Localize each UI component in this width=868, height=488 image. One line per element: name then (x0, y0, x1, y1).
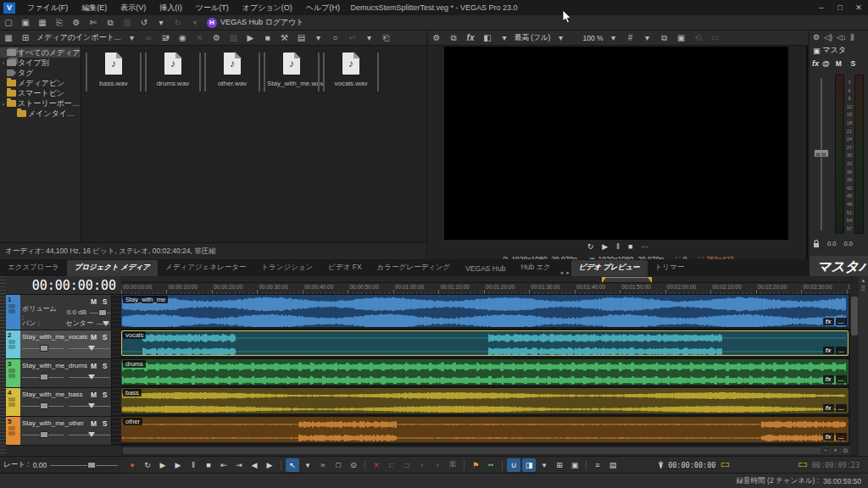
media-file-other.wav[interactable]: ♪other.wav (208, 53, 257, 87)
grid-overlay-icon[interactable]: # (623, 31, 638, 45)
track-solo-button[interactable]: S (99, 297, 110, 306)
master-solo-button[interactable]: S (848, 58, 859, 68)
cut-icon[interactable]: ✄ (86, 16, 101, 30)
track-pan-slider[interactable] (97, 319, 110, 328)
track-pan-slider[interactable] (69, 430, 110, 439)
preview-quality-select[interactable]: 最高 (フル) (513, 33, 552, 43)
import-media-button[interactable]: メディアのインポート... (34, 32, 123, 43)
track-lane-4[interactable]: bassfx… (121, 388, 850, 417)
tree-item-2[interactable]: タグ (0, 68, 81, 78)
zoom-tool-button[interactable]: ⊙ (347, 458, 360, 472)
pause-button[interactable]: ‖ (186, 458, 200, 472)
track-lane-5[interactable]: otherfx… (121, 417, 850, 446)
copy-icon[interactable]: ⧉ (103, 16, 118, 30)
event-more-button[interactable]: … (836, 404, 848, 412)
media-file-bass.wav[interactable]: ♪bass.wav (89, 53, 138, 87)
new-project-icon[interactable]: ▢ (1, 16, 16, 30)
video-output-fx-icon[interactable]: fx (463, 31, 478, 45)
lock-envelopes-button[interactable]: ⊞ (553, 458, 566, 472)
zoom-out-icon[interactable]: − (821, 446, 830, 455)
save-project-icon[interactable]: ▦ (35, 16, 50, 30)
edit-tool-button[interactable]: ↖ (286, 458, 299, 472)
track-lane-2[interactable]: vocalsfx… (121, 330, 850, 359)
tree-item-5[interactable]: ⌄ストーリーボードビン (0, 98, 81, 108)
undo-dropdown-icon[interactable]: ▾ (153, 16, 169, 30)
master-fader-handle[interactable]: ▤▤ (814, 149, 829, 158)
master-peak-left[interactable]: 0.0 (827, 240, 836, 247)
trim-start-button[interactable]: ⊏ (385, 458, 398, 472)
track-color-strip[interactable]: 3 (6, 359, 20, 387)
grid-dropdown-icon[interactable]: ▾ (640, 31, 655, 45)
time-ruler[interactable]: 00:00:00:0000:00:10:0000:00:20:0000:00:3… (121, 283, 850, 295)
audio-event-Stay_with_me[interactable]: Stay_with_mefx… (121, 295, 849, 327)
track-mute-button[interactable]: M (88, 361, 99, 370)
vegas-hub-logout-button[interactable]: VEGAS Hub ログアウト (220, 17, 304, 28)
track-volume-slider[interactable] (22, 373, 64, 381)
next-frame-button[interactable]: ▶ (263, 458, 276, 472)
track-header-1[interactable]: 1MSボリューム :0.0 dBパン :センター (6, 295, 121, 330)
master-settings-gear-icon[interactable]: ⚙ (813, 33, 820, 42)
tab-left-0[interactable]: エクスプローラ (0, 260, 67, 276)
track-header-2[interactable]: 2Stay_with_me_vocalsMS (6, 330, 121, 359)
new-bin-icon[interactable]: ⊞ (18, 31, 33, 45)
envelope-tool-button[interactable]: ≈ (316, 458, 330, 472)
track-name[interactable]: Stay_with_me_other (22, 419, 88, 427)
master-fx-button[interactable]: fx (812, 59, 819, 68)
track-mute-button[interactable]: M (88, 390, 99, 399)
insert-marker-button[interactable]: ⚑ (469, 458, 482, 472)
vertical-scroll-thumb[interactable] (851, 297, 858, 336)
quality-dropdown-icon[interactable]: ▾ (553, 31, 568, 45)
media-properties-icon[interactable]: ⚙ (209, 31, 224, 45)
event-more-button[interactable]: … (836, 433, 848, 441)
link-icon[interactable]: ∞ (141, 31, 156, 45)
master-downmix-icon[interactable]: ◁↓ (837, 33, 846, 42)
tool-dropdown[interactable]: ▾ (301, 458, 314, 472)
track-header-4[interactable]: 4Stay_with_me_bassMS (6, 388, 121, 417)
tree-item-0[interactable]: すべてのメディア (0, 47, 81, 58)
tab-center-0[interactable]: ビデオ プレビュー (571, 260, 648, 276)
track-pan-slider[interactable] (69, 373, 110, 381)
fade-in-button[interactable]: ◗ (415, 458, 429, 472)
track-pan-slider[interactable] (69, 344, 110, 352)
tree-expand-icon[interactable]: › (0, 60, 7, 66)
audio-event-bass[interactable]: bassfx… (121, 388, 849, 413)
event-fx-button[interactable]: fx (823, 404, 834, 412)
split-screen-dropdown-icon[interactable]: ▾ (497, 31, 512, 45)
track-color-strip[interactable]: 2 (6, 330, 20, 358)
menu-6[interactable]: ヘルプ(H) (299, 0, 347, 15)
track-volume-slider[interactable] (22, 344, 64, 352)
track-name[interactable]: Stay_with_me_bass (22, 391, 88, 398)
ripple-dropdown[interactable]: ▾ (537, 458, 551, 472)
tab-left-6[interactable]: VEGAS Hub (458, 262, 513, 276)
preview-stop-button[interactable]: ■ (628, 242, 632, 251)
track-color-strip[interactable]: 5 (6, 417, 20, 445)
tree-item-4[interactable]: スマートビン (0, 88, 81, 98)
tab-left-5[interactable]: カラーグレーディング (370, 260, 459, 276)
copy-snapshot-icon[interactable]: ⎗ (378, 31, 393, 45)
get-from-web-icon[interactable]: ◉ (175, 31, 190, 45)
previous-frame-button[interactable]: ◀ (248, 458, 261, 472)
preview-settings-gear-icon[interactable]: ⚙ (429, 31, 444, 45)
loop-end-handle[interactable] (648, 277, 652, 283)
ignore-grouping-button[interactable]: ▣ (568, 458, 581, 472)
track-mute-button[interactable]: M (88, 332, 99, 341)
paste-icon[interactable]: ▥ (120, 16, 135, 30)
tab-left-2[interactable]: メディアジェネレーター (158, 260, 253, 276)
master-peak-right[interactable]: 0.0 (843, 240, 852, 247)
minimize-button[interactable]: – (812, 0, 831, 15)
lock-icon[interactable] (813, 240, 820, 247)
track-pan-slider[interactable] (69, 402, 110, 410)
import-dropdown-icon[interactable]: ▾ (124, 31, 139, 45)
menu-3[interactable]: 挿入(I) (153, 0, 189, 15)
master-bus-view-button[interactable]: ▤ (606, 458, 620, 472)
insert-region-button[interactable]: •• (484, 458, 498, 472)
tab-left-3[interactable]: トランジション (253, 260, 320, 276)
selection-length-time[interactable]: 00:00:09:23 (812, 461, 860, 469)
app-icon[interactable]: V (3, 3, 15, 14)
cursor-position-time[interactable]: 00:00:00:00 (668, 461, 715, 469)
tab-left-4[interactable]: ビデオ FX (320, 260, 369, 276)
tab-left-1[interactable]: プロジェクト メディア (67, 260, 158, 276)
master-mute-button[interactable]: M (833, 58, 844, 68)
audio-event-drums[interactable]: drumsfx… (121, 359, 849, 385)
media-file-Stay_with_me.wav[interactable]: ♪Stay_with_me.wav (267, 53, 316, 87)
